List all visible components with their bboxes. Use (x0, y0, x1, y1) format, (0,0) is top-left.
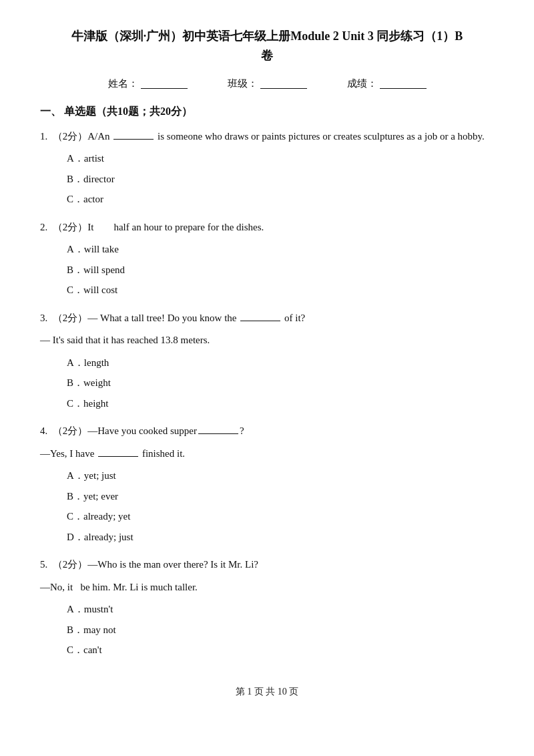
name-field: 姓名： (108, 77, 188, 90)
name-blank (141, 79, 188, 89)
q1-options: A．artist B．director C．actor (40, 150, 494, 208)
q3-option-b: B．weight (67, 375, 494, 392)
question-2: 2. （2分）It half an hour to prepare for th… (40, 219, 494, 299)
q2-score: （2分） (53, 222, 88, 232)
question-3: 3. （2分）— What a tall tree! Do you know t… (40, 310, 494, 413)
q3-option-a: A．length (67, 355, 494, 372)
q3-blank (240, 321, 280, 321)
q2-options: A．will take B．will spend C．will cost (40, 241, 494, 299)
q3-option-c: C．height (67, 395, 494, 413)
q5-dialog: —No, it be him. Mr. Li is much taller. (40, 579, 494, 596)
question-4: 4. （2分）—Have you cooked supper? —Yes, I … (40, 423, 494, 546)
q5-option-c: C．can't (67, 642, 494, 659)
question-3-stem: 3. （2分）— What a tall tree! Do you know t… (40, 310, 494, 327)
question-1-stem: 1. （2分）A/An is someone who draws or pain… (40, 128, 494, 146)
score-blank (380, 79, 427, 89)
q4-blank2 (98, 456, 138, 457)
q5-options: A．mustn't B．may not C．can't (40, 601, 494, 659)
question-2-stem: 2. （2分）It half an hour to prepare for th… (40, 219, 494, 236)
q4-blank1 (198, 433, 238, 434)
q2-option-c: C．will cost (67, 282, 494, 299)
q4-option-b: B．yet; ever (67, 488, 494, 506)
q3-score: （2分） (53, 313, 88, 323)
section1-header: 一、 单选题（共10题；共20分） (40, 105, 494, 119)
q1-score: （2分） (53, 131, 88, 142)
q4-option-c: C．already; yet (67, 508, 494, 526)
class-blank (260, 79, 307, 89)
score-field: 成绩： (347, 77, 427, 90)
page-footer: 第 1 页 共 10 页 (40, 686, 494, 698)
q5-number: 5. (40, 559, 53, 570)
q4-options: A．yet; just B．yet; ever C．already; yet D… (40, 467, 494, 546)
q4-dialog: —Yes, I have finished it. (40, 445, 494, 463)
q4-number: 4. (40, 425, 53, 436)
score-label: 成绩： (347, 77, 377, 90)
name-label: 姓名： (108, 77, 138, 90)
q3-dialog: — It's said that it has reached 13.8 met… (40, 332, 494, 349)
q5-score: （2分） (53, 559, 88, 570)
q1-number: 1. (40, 131, 53, 142)
page-number: 第 1 页 共 10 页 (236, 687, 299, 697)
question-5-stem: 5. （2分）—Who is the man over there? Is it… (40, 556, 494, 574)
info-row: 姓名： 班级： 成绩： (40, 77, 494, 90)
q5-option-a: A．mustn't (67, 601, 494, 618)
page-title: 牛津版（深圳·广州）初中英语七年级上册Module 2 Unit 3 同步练习（… (40, 27, 494, 65)
q3-number: 3. (40, 313, 53, 323)
q2-number: 2. (40, 222, 53, 232)
q1-option-b: B．director (67, 171, 494, 188)
q5-option-b: B．may not (67, 622, 494, 639)
q3-options: A．length B．weight C．height (40, 355, 494, 413)
question-5: 5. （2分）—Who is the man over there? Is it… (40, 556, 494, 659)
class-label: 班级： (228, 77, 258, 90)
question-4-stem: 4. （2分）—Have you cooked supper? (40, 423, 494, 440)
q4-option-a: A．yet; just (67, 467, 494, 485)
q1-option-a: A．artist (67, 150, 494, 168)
q1-blank (113, 139, 154, 140)
q2-option-b: B．will spend (67, 262, 494, 279)
q4-score: （2分） (53, 425, 88, 436)
class-field: 班级： (228, 77, 307, 90)
question-1: 1. （2分）A/An is someone who draws or pain… (40, 128, 494, 208)
q4-option-d: D．already; just (67, 529, 494, 546)
q2-option-a: A．will take (67, 241, 494, 258)
q1-option-c: C．actor (67, 191, 494, 208)
